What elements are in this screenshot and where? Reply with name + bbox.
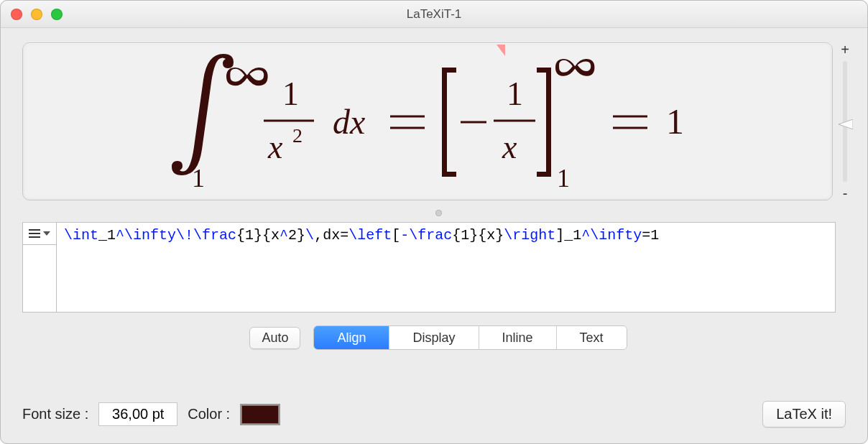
color-well[interactable]	[240, 404, 280, 425]
mode-display[interactable]: Display	[389, 326, 478, 349]
svg-text:1: 1	[192, 164, 205, 190]
render-button[interactable]: LaTeX it!	[762, 401, 846, 427]
editor-menu-button[interactable]	[22, 222, 57, 245]
chevron-down-icon	[43, 231, 50, 236]
titlebar[interactable]: LaTeXiT-1	[1, 1, 867, 28]
svg-text:1: 1	[557, 164, 570, 190]
font-size-label: Font size :	[22, 406, 88, 422]
svg-text:x: x	[502, 129, 517, 165]
color-label: Color :	[188, 406, 230, 422]
zoom-track[interactable]	[843, 61, 847, 182]
zoom-plus-icon[interactable]: +	[841, 42, 849, 57]
mode-segmented-control[interactable]: AlignDisplayInlineText	[313, 325, 627, 350]
svg-text:dx: dx	[333, 103, 365, 141]
zoom-minus-icon[interactable]: -	[843, 186, 848, 200]
svg-text:x: x	[267, 129, 283, 165]
traffic-lights	[11, 9, 63, 20]
window-title: LaTeXiT-1	[1, 7, 867, 22]
auto-button[interactable]: Auto	[249, 327, 300, 349]
close-icon[interactable]	[11, 9, 22, 20]
svg-text:2: 2	[292, 124, 303, 147]
latex-source-editor[interactable]: \int_1^\infty\!\frac{1}{x^2}\,dx=\left[-…	[57, 222, 836, 313]
zoom-icon[interactable]	[51, 9, 63, 20]
editor-gutter	[22, 245, 57, 313]
zoom-thumb[interactable]	[837, 119, 853, 129]
split-handle[interactable]	[22, 206, 854, 219]
mode-inline[interactable]: Inline	[479, 326, 556, 349]
font-size-input[interactable]	[98, 402, 177, 426]
svg-text:1: 1	[282, 75, 299, 112]
caret-icon	[497, 45, 505, 56]
mode-text[interactable]: Text	[556, 326, 627, 349]
svg-text:1: 1	[666, 101, 684, 142]
mode-align[interactable]: Align	[314, 326, 389, 349]
list-icon	[29, 229, 40, 238]
app-window: LaTeXiT-1 1 1	[0, 0, 868, 444]
formula-preview[interactable]: 1 1 x 2 dx	[22, 42, 833, 200]
minimize-icon[interactable]	[31, 9, 42, 20]
rendered-formula: 1 1 x 2 dx	[147, 53, 708, 190]
svg-text:1: 1	[507, 75, 523, 112]
zoom-slider[interactable]: + -	[836, 42, 854, 200]
